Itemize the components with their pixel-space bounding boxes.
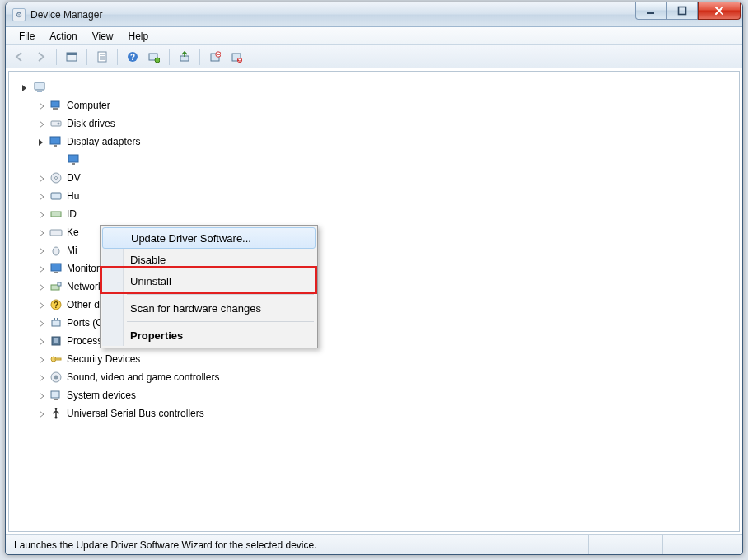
tree-item-security[interactable]: Security Devices [35,350,736,368]
properties-button[interactable] [93,48,111,66]
expand-icon[interactable] [37,282,45,291]
minimize-button[interactable] [635,2,666,20]
expand-icon[interactable] [37,228,45,236]
expand-icon[interactable] [37,301,45,309]
expand-icon[interactable] [37,119,45,128]
back-button[interactable] [11,48,29,66]
tree-label: ID [67,208,77,220]
status-cell-empty [589,535,663,554]
unknown-icon: ? [49,297,63,312]
menubar: File Action View Help [6,27,742,45]
svg-rect-18 [35,82,44,90]
titlebar[interactable]: ⚙ Device Manager [6,2,742,27]
svg-rect-44 [54,338,58,343]
key-icon [49,352,63,366]
device-manager-window: ⚙ Device Manager File Action View Help ? [5,2,743,555]
svg-point-23 [58,123,60,125]
disable-button[interactable] [227,48,245,66]
tree-label: Computer [67,100,110,111]
svg-rect-1 [679,7,686,14]
context-menu-label: Uninstall [130,275,171,287]
expand-icon[interactable] [37,192,45,200]
dvd-icon [49,170,63,185]
svg-rect-3 [67,53,77,55]
collapse-icon[interactable] [37,138,45,146]
svg-rect-24 [50,137,60,144]
menu-action[interactable]: Action [43,29,83,44]
context-menu-scan[interactable]: Scan for hardware changes [102,297,316,319]
context-menu-label: Update Driver Software... [131,232,251,245]
expand-icon[interactable] [37,174,45,182]
help-button[interactable]: ? [124,48,142,66]
context-menu-disable[interactable]: Disable [102,249,316,270]
context-menu-uninstall[interactable]: Uninstall [102,270,316,292]
expand-icon[interactable] [37,319,45,327]
svg-point-48 [54,376,58,380]
menu-help[interactable]: Help [122,29,156,44]
tree-item-dvd[interactable]: DV [35,169,736,187]
svg-rect-32 [50,230,62,236]
expand-icon[interactable] [37,391,45,399]
update-driver-button[interactable] [175,48,194,66]
expand-icon[interactable] [37,355,45,363]
expand-icon[interactable] [37,101,45,110]
ide-icon [49,207,63,222]
tree-item-ide[interactable]: ID [35,205,736,223]
svg-point-33 [53,247,59,255]
svg-rect-46 [55,358,61,360]
tree-item-system-devices[interactable]: System devices [35,386,736,404]
expand-icon[interactable] [37,246,45,254]
computer-icon [32,79,49,96]
tree-root[interactable] [19,78,736,96]
tree-label: Hu [67,190,79,202]
tree-item-computer[interactable]: Computer [35,96,736,114]
uninstall-button[interactable] [206,48,224,66]
menu-file[interactable]: File [12,29,41,44]
forward-button[interactable] [32,48,50,66]
tree-item-hid[interactable]: Hu [35,187,736,205]
expand-icon[interactable] [37,264,45,273]
toolbar-separator [56,49,57,65]
context-menu-separator [127,321,314,322]
svg-point-52 [55,408,57,409]
collapse-icon[interactable] [21,83,29,91]
svg-rect-50 [54,399,58,400]
tree-item-sound[interactable]: Sound, video and game controllers [35,368,736,386]
hid-icon [49,189,63,203]
monitor-icon [49,261,63,276]
usb-icon [49,406,63,421]
computer-icon [49,98,63,113]
svg-rect-49 [51,391,59,398]
expand-icon[interactable] [37,210,45,218]
tree-item-disk-drives[interactable]: Disk drives [35,114,736,133]
context-menu-update-driver[interactable]: Update Driver Software... [102,227,316,249]
context-menu-properties[interactable]: Properties [102,324,316,346]
svg-rect-0 [647,12,654,14]
svg-rect-42 [57,318,58,320]
close-button[interactable] [698,2,741,20]
maximize-button[interactable] [666,2,698,20]
expand-icon[interactable] [37,373,45,381]
svg-text:?: ? [54,301,58,310]
cpu-icon [49,334,63,348]
menu-view[interactable]: View [86,29,120,44]
context-menu-label: Scan for hardware changes [130,302,261,315]
expand-icon[interactable] [37,337,45,345]
tree-item-display-child-selected[interactable] [52,151,736,169]
statusbar: Launches the Update Driver Software Wiza… [6,534,742,554]
expand-icon[interactable] [37,409,45,418]
scan-hardware-button[interactable] [145,48,163,66]
tree-item-display-adapters[interactable]: Display adapters [35,133,736,151]
svg-point-29 [55,177,58,180]
tree-label: Universal Serial Bus controllers [67,408,204,419]
svg-rect-30 [51,193,61,199]
svg-rect-41 [54,318,55,320]
svg-rect-31 [51,212,61,217]
tree-panel[interactable]: Computer Disk drives Display adapters [8,71,740,532]
tree-label: System devices [67,390,136,401]
tree-label: Display adapters [67,136,140,147]
mouse-icon [49,243,63,258]
context-menu-separator [127,294,314,295]
tree-item-usb[interactable]: Universal Serial Bus controllers [35,404,736,422]
show-hidden-button[interactable] [63,48,81,66]
